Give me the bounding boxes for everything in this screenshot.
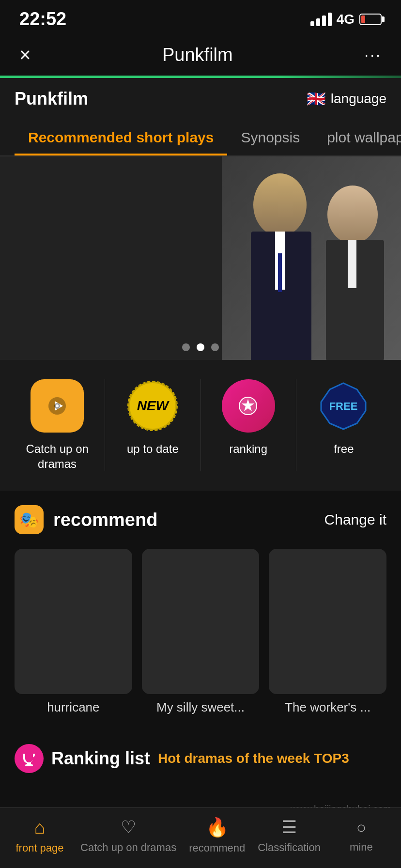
category-ranking[interactable]: ranking: [201, 379, 296, 471]
ranking-title: Ranking list: [51, 748, 150, 769]
nav-mine-label: mine: [350, 841, 373, 853]
nav-front-page-label: front page: [15, 842, 63, 854]
profile-icon: ○: [356, 818, 367, 837]
status-bar: 22:52 4G: [0, 0, 401, 34]
svg-point-1: [253, 173, 307, 236]
workers-title: The worker's ...: [269, 700, 386, 715]
dot-3[interactable]: [211, 343, 219, 351]
ranking-label: ranking: [229, 441, 267, 456]
svg-text:FREE: FREE: [329, 400, 358, 412]
svg-rect-18: [25, 764, 33, 766]
dot-2[interactable]: [197, 343, 204, 351]
network-indicator: 4G: [337, 12, 355, 27]
free-label: free: [334, 441, 354, 456]
sub-header-title: Punkfilm: [15, 89, 88, 109]
nav-mine[interactable]: ○ mine: [332, 818, 390, 853]
tab-recommended[interactable]: Recommended short plays: [15, 120, 227, 155]
svg-point-12: [56, 404, 59, 407]
hurricane-thumbnail: [15, 549, 132, 694]
bottom-nav: ⌂ front page ♡ Catch up on dramas 🔥 reco…: [0, 807, 401, 868]
recommend-section-header: 🎭 recommend Change it: [0, 491, 401, 544]
home-icon: ⌂: [34, 817, 46, 838]
svg-rect-4: [278, 253, 282, 292]
my-silly-sweet-thumbnail: [142, 549, 260, 694]
up-to-date-icon: NEW: [126, 379, 179, 433]
tab-synopsis[interactable]: Synopsis: [227, 120, 313, 155]
recommend-section-icon: 🎭: [15, 505, 44, 534]
tab-bar: Recommended short plays Synopsis plot wa…: [0, 120, 401, 156]
svg-rect-7: [348, 240, 356, 288]
banner-dots: [182, 343, 219, 351]
nav-catch-up[interactable]: ♡ Catch up on dramas: [80, 817, 176, 854]
movie-card-workers[interactable]: The worker's ...: [269, 549, 386, 715]
banner-image: [222, 156, 401, 360]
ranking-section: Ranking list Hot dramas of the week TOP3: [0, 729, 401, 783]
change-it-button[interactable]: Change it: [324, 512, 386, 528]
movie-card-my-silly-sweet[interactable]: My silly sweet...: [142, 549, 260, 715]
nav-front-page[interactable]: ⌂ front page: [11, 817, 69, 854]
nav-catch-up-label: Catch up on dramas: [80, 841, 176, 854]
status-time: 22:52: [19, 9, 66, 30]
header-title: Punkfilm: [162, 45, 233, 65]
my-silly-sweet-title: My silly sweet...: [142, 700, 260, 715]
hurricane-title: hurricane: [15, 700, 132, 715]
app-header: × Punkfilm ···: [0, 34, 401, 76]
nav-recommend-label: recommend: [189, 842, 245, 854]
banner-carousel[interactable]: [0, 156, 401, 360]
category-up-to-date[interactable]: NEW up to date: [105, 379, 200, 471]
dot-1[interactable]: [182, 343, 190, 351]
recommend-section-title: recommend: [53, 510, 157, 530]
category-grid: Catch up ondramas NEW up to date ranking…: [0, 360, 401, 491]
ranking-section-icon: [15, 744, 44, 773]
more-options-button[interactable]: ···: [364, 46, 382, 64]
menu-icon: ☰: [281, 817, 297, 837]
banner-svg: [222, 156, 401, 360]
ranking-subtitle: Hot dramas of the week TOP3: [158, 751, 349, 766]
workers-thumbnail: [269, 549, 386, 694]
svg-point-5: [327, 186, 378, 244]
nav-recommend[interactable]: 🔥 recommend: [188, 817, 246, 854]
category-catch-up[interactable]: Catch up ondramas: [10, 379, 105, 471]
heart-icon: ♡: [121, 817, 136, 837]
signal-icon: [310, 13, 332, 26]
language-button[interactable]: 🇬🇧 language: [307, 90, 386, 108]
category-free[interactable]: FREE free: [296, 379, 391, 471]
movie-cards-grid: hurricane My silly sweet... The worker's…: [0, 544, 401, 729]
ranking-icon-circle: [222, 379, 275, 433]
trophy-icon: [20, 750, 38, 767]
catch-up-label: Catch up ondramas: [26, 441, 88, 471]
sub-header: Punkfilm 🇬🇧 language: [0, 78, 401, 120]
free-icon: FREE: [317, 379, 370, 433]
movie-card-hurricane[interactable]: hurricane: [15, 549, 132, 715]
flag-icon: 🇬🇧: [307, 90, 326, 108]
battery-fill: [361, 16, 365, 23]
battery-icon: [359, 14, 382, 25]
status-icons: 4G: [310, 12, 382, 27]
catch-up-icon: [31, 379, 84, 433]
up-to-date-label: up to date: [127, 441, 179, 456]
close-button[interactable]: ×: [19, 44, 31, 66]
nav-classification[interactable]: ☰ Classification: [258, 817, 321, 854]
nav-classification-label: Classification: [258, 841, 321, 854]
tab-wallpaper[interactable]: plot wallpape: [313, 120, 401, 155]
language-label: language: [331, 91, 386, 107]
fire-icon: 🔥: [206, 817, 229, 838]
